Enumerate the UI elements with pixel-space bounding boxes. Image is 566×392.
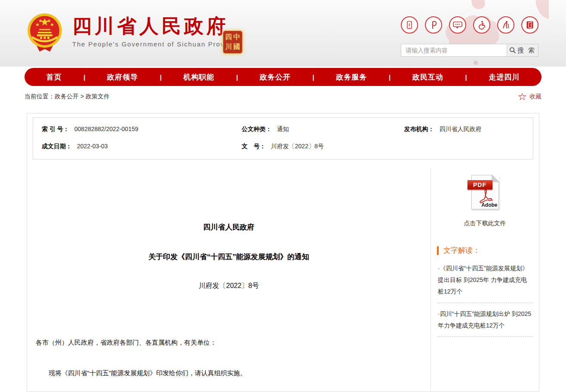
seal-char: 中 bbox=[234, 33, 240, 42]
favorite-button[interactable]: ☆ 收藏 bbox=[517, 92, 541, 102]
meta-doc-number: 文 号： 川府发〔2022〕8号 bbox=[233, 143, 396, 150]
nav-item-services[interactable]: 政务服务 bbox=[336, 72, 367, 82]
interpretation-header: 文字解读： bbox=[437, 246, 533, 255]
nav-item-home[interactable]: 首页 bbox=[46, 72, 62, 82]
pdf-download[interactable]: PDF Adobe 点击下载此文件 bbox=[437, 175, 533, 227]
page-fold-corner bbox=[492, 175, 499, 182]
breadcrumb-prefix: 当前位置： bbox=[25, 93, 55, 100]
sidebar: PDF Adobe 点击下载此文件 文字解读： ·《四川省“十四五”能源发展规划… bbox=[431, 168, 539, 392]
site-title: 四川省人民政府 bbox=[72, 15, 240, 37]
brand: 四川省人民政府 The People's Government of Sichu… bbox=[27, 13, 240, 52]
search-input[interactable] bbox=[401, 44, 507, 57]
meta-label: 公文种类： bbox=[242, 126, 272, 133]
article-paragraph: 现将《四川省“十四五”能源发展规划》印发给你们，请认真组织实施。 bbox=[36, 368, 422, 378]
pdf-badge: PDF bbox=[468, 180, 492, 190]
interpretation-link[interactable]: ·四川“十四五”能源规划出炉 到2025年力争建成充电桩12万个 bbox=[437, 303, 533, 337]
meta-value: 川府发〔2022〕8号 bbox=[271, 143, 324, 150]
message-icon[interactable] bbox=[449, 16, 466, 34]
favorite-label: 收藏 bbox=[529, 93, 541, 101]
nav-separator: | bbox=[160, 74, 162, 81]
breadcrumb-link-policy-docs[interactable]: 政策文件 bbox=[86, 93, 110, 100]
nav-item-about-sichuan[interactable]: 走进四川 bbox=[489, 72, 520, 82]
main-nav: 首页 | 政府领导 | 机构职能 | 政务公开 | 政务服务 | 政民互动 | … bbox=[25, 68, 541, 86]
meta-empty-cell bbox=[395, 143, 533, 150]
nav-item-leaders[interactable]: 政府领导 bbox=[107, 72, 138, 82]
meta-value: 四川省人民政府 bbox=[439, 126, 481, 133]
search-button-label: 搜 索 bbox=[517, 46, 536, 55]
document-article: 四川省人民政府 关于印发《四川省“十四五”能源发展规划》的通知 川府发〔2022… bbox=[27, 168, 431, 392]
interpretation-section: 文字解读： ·《四川省“十四五”能源发展规划》提出目标 到2025年 力争建成充… bbox=[437, 246, 533, 337]
breadcrumb-separator: > bbox=[80, 93, 84, 100]
meta-label: 成文日期： bbox=[42, 143, 72, 150]
site-header: 四川省人民政府 The People's Government of Sichu… bbox=[0, 0, 566, 67]
seal-char: 川 bbox=[225, 43, 232, 52]
meta-issue-date: 成文日期： 2022-03-03 bbox=[33, 143, 233, 150]
meta-label: 文 号： bbox=[242, 143, 266, 150]
article-paragraph: 各市（州）人民政府，省政府各部门、各直属机构，有关单位： bbox=[36, 338, 422, 348]
nav-item-interaction[interactable]: 政民互动 bbox=[412, 72, 443, 82]
nav-separator: | bbox=[389, 74, 391, 81]
quick-icons bbox=[401, 16, 538, 34]
nav-separator: | bbox=[83, 74, 85, 81]
seal-char: 四 bbox=[225, 33, 232, 42]
meta-label: 发布机构： bbox=[404, 126, 434, 133]
download-label: 点击下载此文件 bbox=[437, 220, 533, 227]
nav-separator: | bbox=[465, 74, 467, 81]
star-icon: ☆ bbox=[517, 92, 527, 102]
search-icon bbox=[509, 47, 516, 54]
accessibility-icon[interactable] bbox=[473, 16, 490, 34]
article-title-line1: 四川省人民政府 bbox=[36, 222, 422, 232]
content-box: 索 引 号： 008282882/2022-00159 公文种类： 通知 发布机… bbox=[27, 113, 539, 392]
breadcrumb-link-gov-info[interactable]: 政务公开 bbox=[55, 93, 79, 100]
meta-value: 008282882/2022-00159 bbox=[74, 126, 138, 132]
elderly-mode-icon[interactable] bbox=[497, 16, 514, 34]
meta-doc-type: 公文种类： 通知 bbox=[233, 126, 396, 133]
meta-label: 索 引 号： bbox=[42, 126, 69, 133]
interpretation-link[interactable]: ·《四川省“十四五”能源发展规划》提出目标 到2025年 力争建成充电桩12万个 bbox=[437, 257, 533, 303]
search-bar: 搜 索 bbox=[401, 44, 538, 57]
seal-char: 國 bbox=[234, 43, 240, 52]
meta-value: 通知 bbox=[277, 126, 289, 133]
adobe-label: Adobe bbox=[481, 202, 497, 208]
page: 四川省人民政府 The People's Government of Sichu… bbox=[0, 0, 566, 392]
meta-issuing-agency: 发布机构： 四川省人民政府 bbox=[395, 126, 533, 133]
main-row: 四川省人民政府 关于印发《四川省“十四五”能源发展规划》的通知 川府发〔2022… bbox=[27, 168, 539, 392]
nav-separator: | bbox=[313, 74, 314, 81]
article-title-line2: 关于印发《四川省“十四五”能源发展规划》的通知 bbox=[36, 252, 422, 262]
meta-value: 2022-03-03 bbox=[77, 143, 108, 150]
nav-item-functions[interactable]: 机构职能 bbox=[184, 72, 215, 82]
header-right: 搜 索 bbox=[401, 16, 538, 57]
breadcrumb: 当前位置：政务公开 > 政策文件 bbox=[25, 93, 110, 101]
search-button[interactable]: 搜 索 bbox=[507, 44, 538, 57]
adobe-reader-icon bbox=[477, 189, 494, 203]
china-sichuan-seal: 四 中 川 國 bbox=[222, 30, 243, 54]
brand-text: 四川省人民政府 The People's Government of Sichu… bbox=[72, 13, 240, 48]
door-icon[interactable] bbox=[521, 16, 538, 34]
p-badge-icon[interactable] bbox=[425, 16, 442, 34]
nav-separator: | bbox=[236, 74, 238, 81]
meta-index-number: 索 引 号： 008282882/2022-00159 bbox=[33, 126, 233, 133]
mobile-icon[interactable] bbox=[401, 16, 418, 34]
pdf-file-icon: PDF Adobe bbox=[471, 175, 499, 209]
national-emblem-logo bbox=[27, 13, 63, 52]
site-subtitle: The People's Government of Sichuan Provi… bbox=[72, 40, 240, 48]
nav-item-gov-info[interactable]: 政务公开 bbox=[260, 72, 291, 82]
interpretation-list: ·《四川省“十四五”能源发展规划》提出目标 到2025年 力争建成充电桩12万个… bbox=[437, 257, 533, 337]
document-metadata: 索 引 号： 008282882/2022-00159 公文种类： 通知 发布机… bbox=[33, 117, 533, 159]
article-doc-number: 川府发〔2022〕8号 bbox=[36, 282, 422, 291]
breadcrumb-row: 当前位置：政务公开 > 政策文件 ☆ 收藏 bbox=[25, 86, 541, 107]
